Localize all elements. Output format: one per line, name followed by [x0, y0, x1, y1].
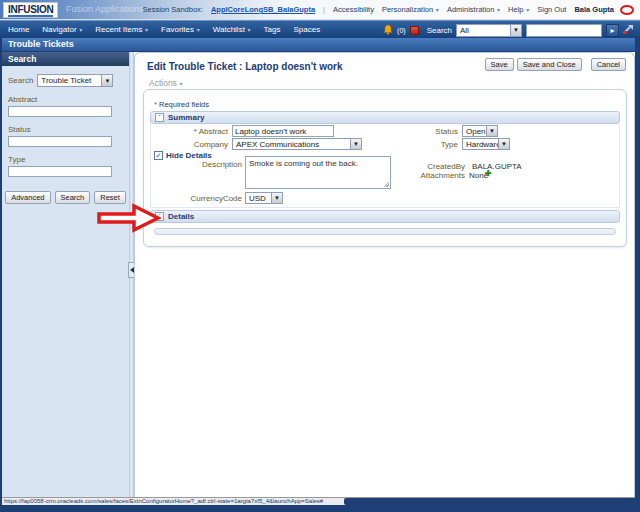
global-search-input[interactable] — [526, 24, 602, 37]
dropdown-arrow-icon[interactable]: ▼ — [510, 25, 521, 36]
caret-down-icon: ▾ — [78, 27, 83, 33]
type-select[interactable]: Hardware▼ — [462, 138, 510, 150]
summary-section-header[interactable]: ˇ Summary — [150, 111, 620, 124]
abstract-input[interactable] — [232, 125, 334, 137]
edit-ticket-panel: Edit Trouble Ticket : Laptop doesn't wor… — [134, 52, 635, 497]
description-label: Description — [152, 160, 242, 169]
sidebar-search-header: Search — [2, 52, 129, 66]
type-filter-input[interactable] — [8, 166, 112, 177]
logo-text: INFUSION — [8, 4, 53, 17]
actions-menu[interactable]: Actions ▾ — [149, 78, 183, 88]
caret-down-icon: ▾ — [525, 7, 530, 13]
brand-suffix: Fusion Applications — [66, 4, 144, 14]
dropdown-arrow-icon[interactable]: ▼ — [486, 126, 497, 136]
logged-in-user: Bala Gupta — [574, 5, 614, 14]
caret-down-icon: ▾ — [495, 7, 500, 13]
status-filter-label: Status — [8, 125, 123, 134]
nav-tags[interactable]: Tags — [264, 25, 281, 34]
abstract-label: * Abstract — [152, 127, 228, 136]
oracle-logo-icon — [619, 3, 635, 21]
accessibility-link[interactable]: Accessibility — [333, 5, 374, 14]
abstract-filter-input[interactable] — [8, 106, 112, 117]
administration-menu[interactable]: Administration ▾ — [447, 5, 500, 14]
cancel-button[interactable]: Cancel — [591, 58, 626, 71]
add-attachment-icon[interactable]: ✚ — [485, 169, 492, 178]
nav-recent-items[interactable]: Recent Items ▾ — [95, 25, 148, 34]
details-section-title: Details — [168, 212, 194, 221]
window-frame-right — [635, 38, 640, 512]
type-filter-label: Type — [8, 155, 123, 164]
search-go-button[interactable]: ▸ — [606, 24, 619, 37]
status-label: Status — [394, 127, 458, 136]
dropdown-arrow-icon[interactable]: ▼ — [350, 139, 361, 149]
required-fields-note: * Required fields — [154, 100, 209, 109]
sign-out-link[interactable]: Sign Out — [537, 5, 566, 14]
edit-ticket-title: Edit Trouble Ticket : Laptop doesn't wor… — [147, 61, 343, 72]
ticket-form-panel: * Required fields ˇ Summary * Abstract S… — [143, 89, 627, 247]
dropdown-arrow-icon[interactable]: ▼ — [101, 75, 112, 86]
nav-watchlist[interactable]: Watchlist ▾ — [213, 25, 251, 34]
nav-search-label: Search — [427, 26, 452, 35]
search-scope-select[interactable]: All ▼ — [456, 24, 522, 37]
session-sandbox-label: Session Sandbox: — [142, 5, 202, 14]
page-title: Trouble Tickets — [0, 38, 640, 51]
session-sandbox-link[interactable]: ApplCoreLongSB_BalaGupta — [211, 5, 315, 14]
window-frame-bottom — [0, 505, 640, 512]
notifications-bell-icon[interactable] — [383, 21, 393, 39]
search-button[interactable]: Search — [55, 191, 91, 204]
dropdown-arrow-icon[interactable]: ▼ — [498, 139, 509, 149]
calendar-alert-icon[interactable] — [410, 26, 419, 35]
company-select[interactable]: APEX Communications▼ — [232, 138, 362, 150]
created-by-value: BALA.GUPTA — [472, 162, 522, 171]
type-label: Type — [394, 140, 458, 149]
nav-favorites[interactable]: Favorites ▾ — [161, 25, 200, 34]
red-annotation-arrow — [96, 203, 162, 239]
global-nav-bar: Home Navigator ▾ Recent Items ▾ Favorite… — [0, 20, 640, 38]
personalization-menu[interactable]: Personalization ▾ — [382, 5, 439, 14]
details-section-header[interactable]: ˇ Details — [150, 210, 620, 223]
caret-down-icon: ▾ — [143, 27, 148, 33]
caret-down-icon: ▾ — [195, 27, 200, 33]
branding-bar: INFUSION Fusion Applications Session San… — [0, 0, 640, 20]
checkbox-checked-icon[interactable]: ✓ — [154, 151, 163, 160]
advanced-button[interactable]: Advanced — [5, 191, 50, 204]
currency-code-label: CurrencyCode — [152, 194, 242, 203]
search-sidebar: Search Search Trouble Ticket ▼ Abstract … — [2, 52, 129, 497]
status-filter-input[interactable] — [8, 136, 112, 147]
nav-spaces[interactable]: Spaces — [293, 25, 320, 34]
advanced-search-icon[interactable] — [623, 21, 634, 39]
description-textarea[interactable]: Smoke is coming out the back. — [245, 156, 391, 189]
divider: | — [323, 5, 325, 14]
abstract-filter-label: Abstract — [8, 95, 123, 104]
dropdown-arrow-icon[interactable]: ▼ — [271, 193, 282, 203]
company-label: Company — [152, 140, 228, 149]
alert-count: (0) — [397, 27, 406, 34]
caret-down-icon: ▾ — [434, 7, 439, 13]
nav-home[interactable]: Home — [8, 25, 29, 34]
caret-down-icon: ▾ — [246, 27, 251, 33]
collapse-left-icon — [130, 267, 134, 273]
sidebar-search-label: Search — [8, 76, 33, 85]
save-button[interactable]: Save — [485, 58, 514, 71]
page-title-bar: Trouble Tickets — [0, 38, 640, 52]
status-select[interactable]: Open▼ — [462, 125, 498, 137]
details-horizontal-scrollbar[interactable] — [154, 228, 616, 235]
summary-section-title: Summary — [168, 113, 204, 122]
collapse-section-icon[interactable]: ˇ — [155, 113, 164, 122]
status-bar-fill — [344, 498, 635, 505]
app-logo: INFUSION — [3, 2, 58, 18]
resize-grip-icon[interactable] — [383, 181, 389, 187]
currency-code-select[interactable]: USD▼ — [245, 192, 283, 204]
attachments-label: Attachments — [385, 171, 465, 180]
nav-navigator[interactable]: Navigator ▾ — [42, 25, 82, 34]
search-object-select[interactable]: Trouble Ticket ▼ — [37, 74, 113, 87]
caret-down-icon: ▾ — [178, 81, 183, 87]
help-menu[interactable]: Help ▾ — [508, 5, 529, 14]
save-and-close-button[interactable]: Save and Close — [517, 58, 582, 71]
hide-details-toggle[interactable]: ✓ Hide Details — [154, 151, 212, 160]
created-by-label: CreatedBy — [395, 162, 465, 171]
